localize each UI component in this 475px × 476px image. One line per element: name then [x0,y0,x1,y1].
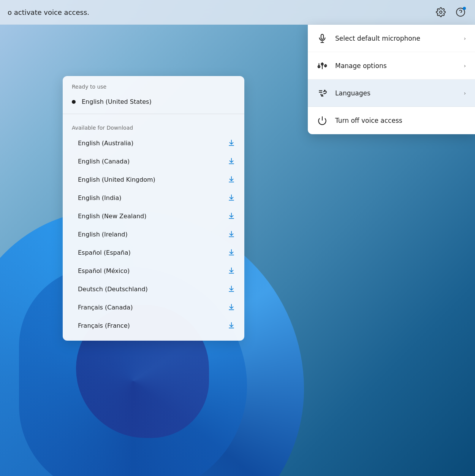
available-download-header: Available for Download [63,117,244,134]
lang-name-en-ca: English (Canada) [78,158,222,165]
lang-item-en-au[interactable]: English (Australia) [63,134,244,152]
download-icon-es-es [228,249,235,256]
download-icon-en-nz [228,212,235,220]
main-context-menu: Select default microphone › Manage optio… [308,25,475,134]
download-icon-en-ie [228,230,235,238]
menu-label-microphone: Select default microphone [335,35,456,42]
menu-item-turn-off[interactable]: Turn off voice access [308,107,475,134]
voice-access-status-text: o activate voice access. [8,8,434,16]
active-bullet [72,100,76,104]
menu-item-languages[interactable]: Languages › [308,79,475,107]
download-icon-en-in [228,194,235,202]
languages-icon [317,88,328,98]
menu-arrow-options: › [464,63,466,69]
download-icon-en-gb [228,176,235,183]
menu-label-turn-off: Turn off voice access [335,117,466,124]
lang-name-es-es: Español (España) [78,249,222,256]
ready-to-use-header: Ready to use [63,76,244,93]
lang-item-fr-ca[interactable]: Français (Canada) [63,298,244,316]
menu-label-languages: Languages [335,89,456,97]
lang-item-en-us[interactable]: English (United States) [63,93,244,111]
microphone-icon [317,33,328,44]
download-icon-en-ca [228,157,235,165]
menu-label-options: Manage options [335,62,456,70]
lang-item-de-de[interactable]: Deutsch (Deutschland) [63,280,244,298]
options-icon [317,60,328,71]
lang-name-en-gb: English (United Kingdom) [78,176,222,183]
svg-rect-3 [321,34,324,39]
lang-name-fr-ca: Français (Canada) [78,304,222,311]
lang-item-en-in[interactable]: English (India) [63,189,244,207]
lang-name-en-au: English (Australia) [78,140,222,147]
lang-name-en-nz: English (New Zealand) [78,213,222,220]
settings-button[interactable] [434,5,448,19]
lang-name-en-in: English (India) [78,194,222,202]
lang-name-es-mx: Español (México) [78,267,222,274]
download-icon-fr-ca [228,303,235,311]
languages-panel: Ready to use English (United States) Ava… [63,76,244,341]
notification-dot [463,7,466,10]
lang-name-en-us: English (United States) [82,98,235,105]
lang-name-de-de: Deutsch (Deutschland) [78,286,222,293]
help-button[interactable] [454,5,467,19]
lang-item-fr-fr[interactable]: Français (France) [63,316,244,335]
menu-item-select-microphone[interactable]: Select default microphone › [308,25,475,52]
svg-point-0 [440,11,442,14]
lang-item-es-es[interactable]: Español (España) [63,243,244,262]
lang-name-fr-fr: Français (France) [78,322,222,329]
lang-name-en-ie: English (Ireland) [78,231,222,238]
download-icon-en-au [228,139,235,147]
lang-item-en-nz[interactable]: English (New Zealand) [63,207,244,225]
menu-item-manage-options[interactable]: Manage options › [308,52,475,79]
lang-item-en-ie[interactable]: English (Ireland) [63,225,244,243]
power-icon [317,115,328,126]
gear-icon [436,7,446,17]
download-icon-fr-fr [228,322,235,329]
top-bar-icons [434,5,467,19]
download-icon-de-de [228,285,235,293]
lang-item-es-mx[interactable]: Español (México) [63,262,244,280]
lang-item-en-gb[interactable]: English (United Kingdom) [63,170,244,189]
download-icon-es-mx [228,267,235,274]
menu-arrow-languages: › [464,90,466,96]
lang-item-en-ca[interactable]: English (Canada) [63,152,244,170]
top-bar: o activate voice access. [0,0,475,25]
section-divider [63,114,244,114]
menu-arrow-microphone: › [464,35,466,41]
